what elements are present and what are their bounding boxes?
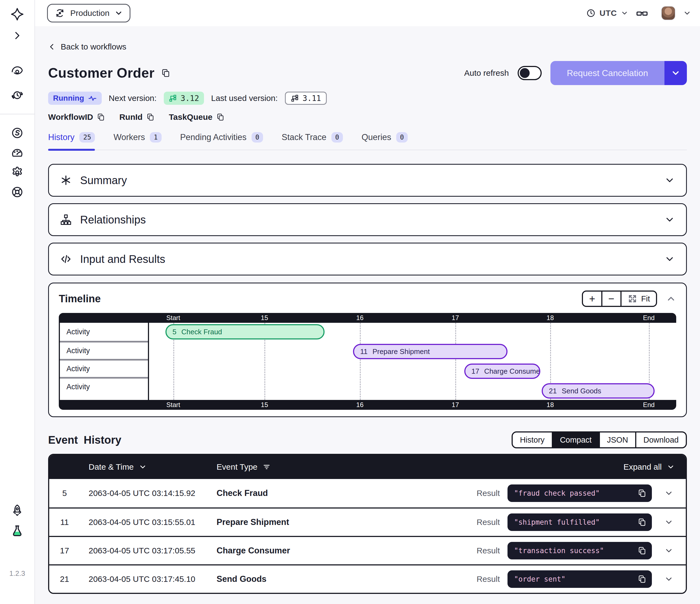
gantt-label-column: Activity Activity Activity Activity <box>59 323 149 400</box>
result-label: Result <box>477 575 507 584</box>
sidebar-item-settings-icon[interactable] <box>11 166 24 179</box>
expand-row-chevron-icon[interactable] <box>664 546 673 555</box>
event-row[interactable]: 5 2063-04-05 UTC 03:14:15.92 Check Fraud… <box>49 479 686 507</box>
copy-icon[interactable] <box>638 518 646 527</box>
sidebar-item-nexus-icon[interactable] <box>11 126 24 140</box>
result-chip[interactable]: "order sent" <box>507 570 652 588</box>
result-chip[interactable]: "transaction success" <box>507 542 652 559</box>
view-mode-compact[interactable]: Compact <box>552 433 599 447</box>
timezone-selector[interactable]: UTC <box>586 8 628 18</box>
event-type: Prepare Shipment <box>217 517 461 527</box>
last-version-value: 3.11 <box>303 94 321 103</box>
result-label: Result <box>477 546 507 555</box>
collapse-timeline-chevron-up-icon[interactable] <box>666 293 676 304</box>
expand-row-chevron-icon[interactable] <box>664 488 673 498</box>
copy-icon[interactable] <box>638 575 646 583</box>
tab-pending-activities[interactable]: Pending Activities 0 <box>180 132 263 150</box>
result-label: Result <box>477 488 507 498</box>
event-row[interactable]: 11 2063-04-05 UTC 03:15:55.01 Prepare Sh… <box>49 507 686 536</box>
gantt-bar-charge-consumer[interactable]: 17Charge Consumer <box>464 364 540 379</box>
namespace-selector[interactable]: Production <box>47 4 130 22</box>
event-row[interactable]: 17 2063-04-05 UTC 03:17:05.55 Charge Con… <box>49 536 686 564</box>
axis-tick-label: 18 <box>547 401 554 409</box>
labs-flask-icon[interactable] <box>11 524 24 537</box>
gantt-row-label: Activity <box>60 359 148 377</box>
filter-by-type[interactable]: Event Type <box>217 462 461 472</box>
copy-icon[interactable] <box>638 489 646 498</box>
result-chip[interactable]: "shipment fulfilled" <box>507 513 652 531</box>
sidebar-item-schedules-icon[interactable] <box>11 89 24 102</box>
summary-section[interactable]: Summary <box>48 164 687 197</box>
tab-queries[interactable]: Queries 0 <box>361 132 408 150</box>
gantt-bar-prepare-shipment[interactable]: 11Prepare Shipment <box>353 344 507 359</box>
auto-refresh-toggle[interactable] <box>518 66 542 80</box>
expand-all-button[interactable]: Expand all <box>623 462 686 472</box>
task-queue-copy[interactable]: TaskQueue <box>169 113 224 122</box>
expand-row-chevron-icon[interactable] <box>664 575 673 584</box>
whats-new-rocket-icon[interactable] <box>11 504 24 517</box>
tab-history[interactable]: History 25 <box>48 132 95 150</box>
sidebar-item-usage-icon[interactable] <box>11 146 24 159</box>
tab-queries-count: 0 <box>396 132 408 143</box>
event-row[interactable]: 21 2063-04-05 UTC 03:17:45.10 Send Goods… <box>49 564 686 593</box>
event-time: 2063-04-05 UTC 03:15:55.01 <box>80 517 217 527</box>
request-cancelation-label[interactable]: Request Cancelation <box>550 61 665 85</box>
gantt-bar-check-fraud[interactable]: 5Check Fraud <box>166 324 325 339</box>
back-to-workflows-link[interactable]: Back to workflows <box>48 42 126 51</box>
workflow-id-copy[interactable]: WorkflowID <box>48 113 105 122</box>
expand-sidebar-icon[interactable] <box>12 31 22 41</box>
next-version-value: 3.12 <box>181 94 199 103</box>
event-table: Date & Time Event Type Expand all 5 2063… <box>48 454 687 594</box>
tab-workers[interactable]: Workers 1 <box>114 132 161 150</box>
sidebar-item-support-icon[interactable] <box>11 186 24 199</box>
chevron-down-icon <box>664 175 675 186</box>
relationships-section[interactable]: Relationships <box>48 203 687 236</box>
sidebar: 1.2.3 <box>0 0 35 604</box>
tab-workers-count: 1 <box>150 132 161 143</box>
auto-refresh-label: Auto refresh <box>464 68 509 78</box>
topbar-right: UTC <box>586 6 691 20</box>
chevron-down-icon <box>114 9 123 18</box>
gantt-row-label: Activity <box>60 377 148 395</box>
view-mode-download[interactable]: Download <box>635 433 686 447</box>
ids-row: WorkflowID RunId TaskQueue <box>48 113 687 122</box>
gantt-bar-send-goods[interactable]: 21Send Goods <box>542 383 655 398</box>
request-cancelation-button[interactable]: Request Cancelation <box>550 61 687 85</box>
view-mode-history[interactable]: History <box>513 433 552 447</box>
sidebar-item-workflows-icon[interactable] <box>11 65 24 78</box>
fit-button[interactable]: Fit <box>620 292 656 306</box>
status-label: Running <box>53 94 84 102</box>
sort-by-date[interactable]: Date & Time <box>80 462 217 472</box>
title-row: Customer Order Auto refresh Request Canc… <box>48 61 687 85</box>
glasses-icon[interactable] <box>636 7 648 19</box>
pulse-icon <box>88 94 97 102</box>
view-mode-json[interactable]: JSON <box>599 433 635 447</box>
result-chip[interactable]: "fraud check passed" <box>507 484 652 502</box>
sitemap-icon <box>60 214 72 226</box>
chevron-down-icon <box>671 68 681 78</box>
timeline-title: Timeline <box>59 293 101 305</box>
tab-stack-trace-count: 0 <box>331 132 343 143</box>
run-id-copy[interactable]: RunId <box>119 113 154 122</box>
input-results-section[interactable]: Input and Results <box>48 243 687 275</box>
chevron-down-icon[interactable] <box>683 9 691 17</box>
copy-icon[interactable] <box>638 546 646 555</box>
temporal-logo-icon[interactable] <box>11 8 24 21</box>
expand-row-chevron-icon[interactable] <box>664 517 673 527</box>
copy-icon[interactable] <box>161 68 170 78</box>
zoom-out-button[interactable]: − <box>601 292 620 306</box>
cancelation-menu-caret[interactable] <box>665 61 687 85</box>
event-id: 11 <box>49 517 80 527</box>
axis-tick-label: 15 <box>261 314 268 322</box>
timeline-section: Timeline + − Fit St <box>48 283 687 417</box>
tab-history-count: 25 <box>79 132 95 143</box>
app-version: 1.2.3 <box>9 569 25 578</box>
avatar[interactable] <box>661 6 675 20</box>
zoom-in-button[interactable]: + <box>583 292 601 306</box>
status-row: Running Next version: 3.12 Last used ver… <box>48 92 687 105</box>
event-id: 21 <box>49 575 80 584</box>
event-time: 2063-04-05 UTC 03:17:45.10 <box>80 575 217 584</box>
status-badge: Running <box>48 92 102 105</box>
tab-stack-trace[interactable]: Stack Trace 0 <box>282 132 343 150</box>
sidebar-nav-secondary <box>11 126 24 199</box>
